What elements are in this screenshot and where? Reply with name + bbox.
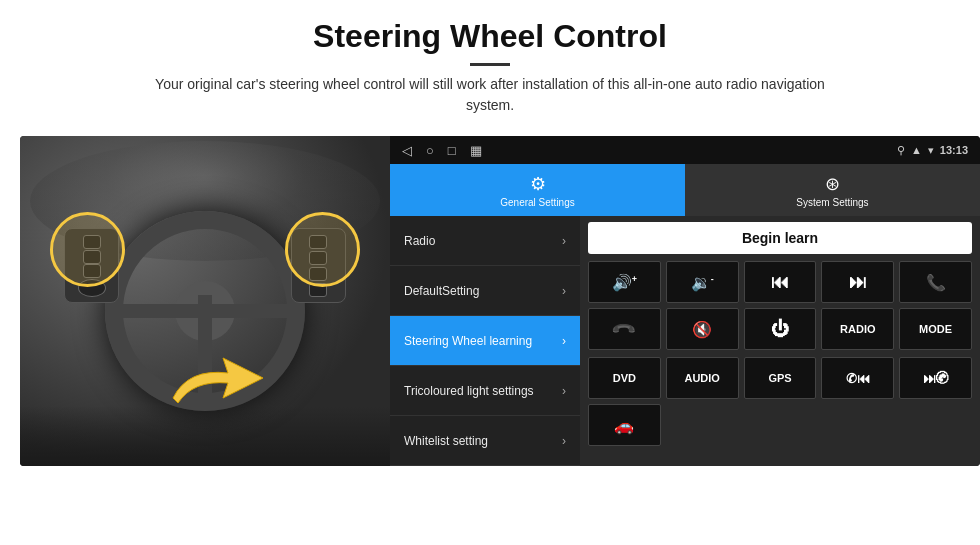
header-subtitle: Your original car's steering wheel contr… bbox=[140, 74, 840, 116]
menu-steering-label: Steering Wheel learning bbox=[404, 334, 532, 348]
main-content: ◁ ○ □ ▦ ⚲ ▲ ▾ 13:13 ⚙ General Settings ⊛… bbox=[0, 136, 980, 466]
vol-down-icon: 🔉- bbox=[691, 273, 714, 292]
menu-list: Radio › DefaultSetting › Steering Wheel … bbox=[390, 216, 580, 466]
controls-area: Begin learn 🔊+ 🔉- ⏮ ⏭ bbox=[580, 216, 980, 466]
radio-mode-button[interactable]: RADIO bbox=[821, 308, 894, 350]
left-highlight-circle bbox=[50, 212, 125, 287]
status-time: 13:13 bbox=[940, 144, 968, 156]
control-grid-row1: 🔊+ 🔉- ⏮ ⏭ 📞 bbox=[588, 261, 972, 303]
steering-wheel-image bbox=[20, 136, 390, 466]
menu-tricoloured-label: Tricoloured light settings bbox=[404, 384, 534, 398]
phone-button[interactable]: 📞 bbox=[899, 261, 972, 303]
menu-item-steering[interactable]: Steering Wheel learning › bbox=[390, 316, 580, 366]
tab-system-settings[interactable]: ⊛ System Settings bbox=[685, 164, 980, 216]
next-track-button[interactable]: ⏭ bbox=[821, 261, 894, 303]
dvd-button[interactable]: DVD bbox=[588, 357, 661, 399]
nav-home[interactable]: ○ bbox=[426, 143, 434, 158]
mute-icon: 🔇 bbox=[692, 320, 712, 339]
screen-body: Radio › DefaultSetting › Steering Wheel … bbox=[390, 216, 980, 466]
begin-learn-row: Begin learn bbox=[588, 222, 972, 254]
header-divider bbox=[470, 63, 510, 66]
gps-button[interactable]: GPS bbox=[744, 357, 817, 399]
steering-chevron-icon: › bbox=[562, 334, 566, 348]
tricoloured-chevron-icon: › bbox=[562, 384, 566, 398]
status-icons: ⚲ ▲ ▾ 13:13 bbox=[897, 144, 968, 157]
whitelist-chevron-icon: › bbox=[562, 434, 566, 448]
status-bar: ◁ ○ □ ▦ ⚲ ▲ ▾ 13:13 bbox=[390, 136, 980, 164]
prev-track-icon: ⏮ bbox=[771, 272, 789, 293]
control-grid-row4: 🚗 bbox=[588, 404, 972, 446]
audio-label: AUDIO bbox=[684, 372, 719, 384]
wifi-icon: ▾ bbox=[928, 144, 934, 157]
control-grid-row2: 📞 🔇 ⏻ RADIO MODE bbox=[588, 308, 972, 350]
tab-general-label: General Settings bbox=[500, 197, 575, 208]
menu-defaultsetting-label: DefaultSetting bbox=[404, 284, 479, 298]
power-icon: ⏻ bbox=[771, 319, 789, 340]
android-screen: ◁ ○ □ ▦ ⚲ ▲ ▾ 13:13 ⚙ General Settings ⊛… bbox=[390, 136, 980, 466]
hang-up-button[interactable]: 📞 bbox=[588, 308, 661, 350]
menu-item-radio[interactable]: Radio › bbox=[390, 216, 580, 266]
system-settings-icon: ⊛ bbox=[825, 173, 840, 195]
nav-extra[interactable]: ▦ bbox=[470, 143, 482, 158]
hang-up-icon: 📞 bbox=[611, 315, 639, 343]
phone-icon: 📞 bbox=[926, 273, 946, 292]
radio-mode-label: RADIO bbox=[840, 323, 875, 335]
menu-whitelist-label: Whitelist setting bbox=[404, 434, 488, 448]
defaultsetting-chevron-icon: › bbox=[562, 284, 566, 298]
menu-item-defaultsetting[interactable]: DefaultSetting › bbox=[390, 266, 580, 316]
location-icon: ⚲ bbox=[897, 144, 905, 157]
nav-back[interactable]: ◁ bbox=[402, 143, 412, 158]
right-highlight-circle bbox=[285, 212, 360, 287]
prev-track-button[interactable]: ⏮ bbox=[744, 261, 817, 303]
next-track-icon: ⏭ bbox=[849, 272, 867, 293]
page-header: Steering Wheel Control Your original car… bbox=[0, 0, 980, 126]
tel-next-button[interactable]: ⏭✆ bbox=[899, 357, 972, 399]
nav-buttons: ◁ ○ □ ▦ bbox=[402, 143, 482, 158]
dvd-label: DVD bbox=[613, 372, 636, 384]
arrow-indicator bbox=[168, 343, 268, 417]
begin-learn-button[interactable]: Begin learn bbox=[588, 222, 972, 254]
menu-item-whitelist[interactable]: Whitelist setting › bbox=[390, 416, 580, 466]
signal-icon: ▲ bbox=[911, 144, 922, 156]
mode-button[interactable]: MODE bbox=[899, 308, 972, 350]
audio-button[interactable]: AUDIO bbox=[666, 357, 739, 399]
tel-prev-icon: ✆⏮ bbox=[846, 371, 870, 386]
tel-prev-button[interactable]: ✆⏮ bbox=[821, 357, 894, 399]
extra-icon: 🚗 bbox=[614, 416, 634, 435]
vol-up-button[interactable]: 🔊+ bbox=[588, 261, 661, 303]
page-title: Steering Wheel Control bbox=[10, 18, 970, 55]
extra-button[interactable]: 🚗 bbox=[588, 404, 661, 446]
mode-label: MODE bbox=[919, 323, 952, 335]
vol-down-button[interactable]: 🔉- bbox=[666, 261, 739, 303]
nav-recent[interactable]: □ bbox=[448, 143, 456, 158]
menu-radio-label: Radio bbox=[404, 234, 435, 248]
gps-label: GPS bbox=[768, 372, 791, 384]
control-grid-row3: DVD AUDIO GPS ✆⏮ ⏭✆ bbox=[588, 357, 972, 399]
menu-item-tricoloured[interactable]: Tricoloured light settings › bbox=[390, 366, 580, 416]
power-button[interactable]: ⏻ bbox=[744, 308, 817, 350]
tab-system-label: System Settings bbox=[796, 197, 868, 208]
tab-bar: ⚙ General Settings ⊛ System Settings bbox=[390, 164, 980, 216]
general-settings-icon: ⚙ bbox=[530, 173, 546, 195]
mute-button[interactable]: 🔇 bbox=[666, 308, 739, 350]
radio-chevron-icon: › bbox=[562, 234, 566, 248]
vol-up-icon: 🔊+ bbox=[612, 273, 637, 292]
tel-next-icon: ⏭✆ bbox=[923, 371, 949, 386]
tab-general-settings[interactable]: ⚙ General Settings bbox=[390, 164, 685, 216]
